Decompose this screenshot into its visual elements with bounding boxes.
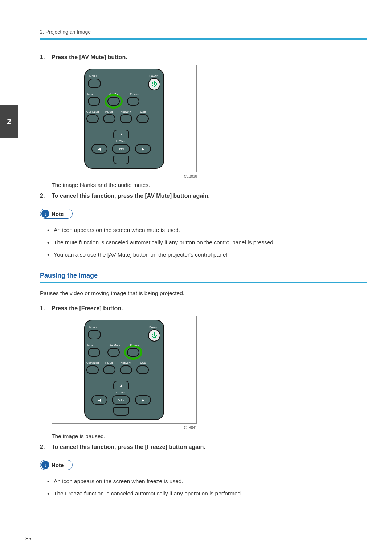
content-area: 1. Press the [AV Mute] button. Menu Powe… xyxy=(40,54,367,500)
power-button: ⏻ xyxy=(148,329,160,342)
label-power: Power xyxy=(149,74,158,78)
remote-body: Menu Power ⏻ Input AV Mute Freeze Comput… xyxy=(84,69,164,169)
illustration-code: CLB038 xyxy=(184,175,197,179)
dpad-down xyxy=(113,407,129,416)
label-power: Power xyxy=(149,326,158,329)
step-text: To cancel this function, press the [Free… xyxy=(52,444,205,450)
input-button xyxy=(88,348,100,357)
computer-button xyxy=(86,365,99,374)
section-rule xyxy=(40,282,367,283)
label-hdmi: HDMI xyxy=(105,361,113,364)
remote-illustration-freeze: Menu Power ⏻ Input AV Mute Freeze Comput… xyxy=(52,316,197,424)
remote-body: Menu Power ⏻ Input AV Mute Freeze Comput… xyxy=(84,320,164,420)
note-item: An icon appears on the screen when freez… xyxy=(46,475,367,487)
label-menu: Menu xyxy=(89,74,97,78)
label-usb: USB xyxy=(140,361,146,364)
note-badge: ↓ Note xyxy=(40,209,73,219)
input-button xyxy=(88,97,100,106)
breadcrumb: 2. Projecting an Image xyxy=(40,29,367,35)
enter-button: Enter xyxy=(112,144,130,154)
label-freeze: Freeze xyxy=(130,344,139,347)
step-1-avmute: 1. Press the [AV Mute] button. xyxy=(40,54,367,61)
step-number: 2. xyxy=(40,193,52,199)
dpad-left: ◀ xyxy=(91,144,107,154)
note-arrow-icon: ↓ xyxy=(41,210,49,218)
note-item: The Freeze function is canceled automati… xyxy=(46,487,367,500)
freeze-button xyxy=(127,348,139,357)
note-badge: ↓ Note xyxy=(40,460,73,470)
dpad-left: ◀ xyxy=(91,395,107,405)
step-text: Press the [AV Mute] button. xyxy=(52,54,127,61)
step1-result-text: The image is paused. xyxy=(52,433,367,440)
enter-button: Enter xyxy=(112,395,130,405)
dpad-up: ▲ xyxy=(113,381,129,389)
label-input: Input xyxy=(87,344,94,347)
avmute-button xyxy=(107,97,120,106)
label-lclick: L-Click xyxy=(116,391,125,394)
step-number: 2. xyxy=(40,444,52,450)
notes-list-avmute: An icon appears on the screen when mute … xyxy=(46,224,367,261)
usb-button xyxy=(136,365,149,374)
computer-button xyxy=(86,114,99,123)
avmute-button xyxy=(107,348,120,357)
note-item: You can also use the [AV Mute] button on… xyxy=(46,249,367,261)
step-number: 1. xyxy=(40,305,52,312)
network-button xyxy=(120,365,132,374)
note-arrow-icon: ↓ xyxy=(41,461,49,469)
hdmi-button xyxy=(103,114,115,123)
step-text: Press the [Freeze] button. xyxy=(52,305,123,312)
dpad-right: ▶ xyxy=(135,144,151,154)
illustration-code: CLB041 xyxy=(184,426,197,430)
label-input: Input xyxy=(87,93,94,96)
note-label: Note xyxy=(52,211,64,217)
power-button: ⏻ xyxy=(148,78,160,90)
step-1-freeze: 1. Press the [Freeze] button. xyxy=(40,305,367,312)
menu-button xyxy=(88,79,101,88)
step-2-avmute: 2. To cancel this function, press the [A… xyxy=(40,193,367,199)
step-number: 1. xyxy=(40,54,52,61)
note-item: An icon appears on the screen when mute … xyxy=(46,224,367,236)
label-hdmi: HDMI xyxy=(105,110,113,113)
dpad-right: ▶ xyxy=(135,395,151,405)
label-avmute: AV Mute xyxy=(109,93,120,96)
page: 2. Projecting an Image 2 1. Press the [A… xyxy=(0,0,392,556)
label-usb: USB xyxy=(140,110,146,113)
label-computer: Computer xyxy=(86,361,99,364)
notes-list-freeze: An icon appears on the screen when freez… xyxy=(46,475,367,500)
label-freeze: Freeze xyxy=(130,93,139,96)
power-icon: ⏻ xyxy=(151,81,157,87)
chapter-tab: 2 xyxy=(0,105,18,138)
label-network: Network xyxy=(121,361,131,364)
label-network: Network xyxy=(121,110,131,113)
label-menu: Menu xyxy=(89,326,97,329)
hdmi-button xyxy=(103,365,115,374)
section-intro: Pauses the video or moving image that is… xyxy=(40,290,367,297)
step-text: To cancel this function, press the [AV M… xyxy=(52,193,210,199)
dpad-down xyxy=(113,156,129,164)
menu-button xyxy=(88,330,101,339)
label-lclick: L-Click xyxy=(116,140,125,143)
step1-result-text: The image blanks and the audio mutes. xyxy=(52,182,367,188)
note-item: The mute function is canceled automatica… xyxy=(46,236,367,249)
freeze-button xyxy=(127,97,139,106)
usb-button xyxy=(136,114,149,123)
remote-illustration-avmute: Menu Power ⏻ Input AV Mute Freeze Comput… xyxy=(52,65,197,172)
step-2-freeze: 2. To cancel this function, press the [F… xyxy=(40,444,367,450)
header-rule xyxy=(40,38,367,40)
label-computer: Computer xyxy=(86,110,99,113)
label-avmute: AV Mute xyxy=(109,344,120,347)
page-number: 36 xyxy=(25,535,32,541)
section-title-pausing: Pausing the image xyxy=(40,272,367,279)
network-button xyxy=(120,114,132,123)
note-label: Note xyxy=(52,462,64,468)
power-icon: ⏻ xyxy=(151,332,157,339)
dpad-up: ▲ xyxy=(113,130,129,138)
